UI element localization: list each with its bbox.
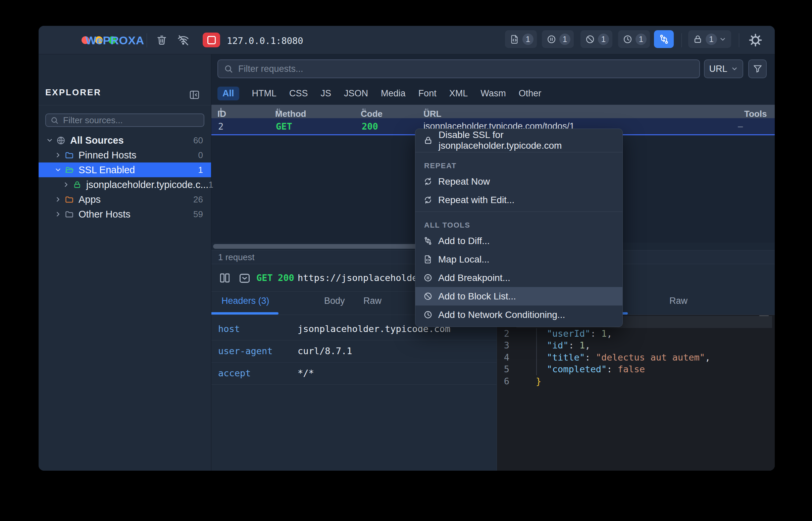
stop-recording-button[interactable] [203, 32, 220, 47]
column-header-method[interactable]: Method [275, 107, 282, 113]
settings-button[interactable] [748, 33, 763, 47]
menu-item-disable-ssl[interactable]: Disable SSL for jsonplaceholder.typicode… [415, 131, 622, 150]
filter-sources-field[interactable] [45, 113, 204, 127]
header-key: accept [218, 368, 251, 378]
filter-requests-field[interactable] [217, 60, 700, 78]
tab-css[interactable]: CSS [289, 88, 308, 99]
line-number: 5 [497, 364, 514, 374]
tree-item-pinned-hosts[interactable]: Pinned Hosts 0 [39, 148, 211, 162]
menu-item-label: Add Breakpoint... [438, 273, 510, 283]
network-off-icon[interactable] [177, 34, 189, 46]
menu-section-all-tools: ALL TOOLS [415, 214, 622, 232]
tree-item-apps[interactable]: Apps 26 [39, 192, 211, 207]
tab-json[interactable]: JSON [344, 88, 368, 99]
menu-item-add-to-network-conditioning[interactable]: Add to Network Conditioning... [415, 305, 622, 324]
lock-icon [73, 180, 81, 189]
tree-item-all-sources[interactable]: All Sources 60 [39, 133, 211, 148]
menu-item-repeat-with-edit[interactable]: Repeat with Edit... [415, 191, 622, 209]
map-local-tool-button[interactable]: 1 [505, 30, 537, 48]
tree-item-count: 59 [193, 209, 211, 220]
divider [739, 33, 739, 47]
header-value: curl/8.7.1 [297, 346, 352, 356]
menu-item-add-breakpoint[interactable]: Add Breakpoint... [415, 269, 622, 287]
stop-icon [207, 36, 216, 44]
split-view-button[interactable] [219, 272, 231, 284]
menu-item-add-to-block-list[interactable]: Add to Block List... [415, 287, 622, 305]
header-row-user-agent[interactable]: user-agent curl/8.7.1 [211, 340, 497, 363]
request-count-label: 1 request [218, 252, 254, 263]
header-key: host [218, 324, 240, 334]
refresh-icon [424, 177, 432, 186]
header-row-accept[interactable]: accept */* [211, 362, 497, 385]
detail-code: 200 [278, 273, 294, 283]
tree-item-jsonplaceholder[interactable]: jsonplaceholder.typicode.c... 1 [39, 177, 211, 192]
tab-xml[interactable]: XML [449, 88, 468, 99]
chevron-down-icon [719, 36, 726, 43]
active-tab-underline [211, 312, 279, 315]
chevron-right-icon[interactable] [54, 152, 62, 159]
block-list-tool-button[interactable]: 1 [580, 30, 612, 48]
tab-request-raw[interactable]: Raw [363, 296, 382, 306]
menu-item-add-to-diff[interactable]: Add to Diff... [415, 232, 622, 250]
tab-all[interactable]: All [217, 87, 239, 100]
column-header-url[interactable]: URL [424, 107, 430, 113]
type-filter-tabs: All HTML CSS JS JSON Media Font XML Wasm… [217, 86, 541, 101]
divider [39, 105, 211, 106]
request-tools: – [738, 121, 743, 132]
tree-item-count: 60 [193, 135, 211, 146]
divider [147, 33, 147, 47]
chevron-right-icon[interactable] [54, 210, 62, 218]
diff-tool-button[interactable] [654, 30, 674, 48]
divider [682, 33, 682, 47]
globe-icon [56, 136, 66, 145]
menu-item-label: Add to Block List... [438, 291, 516, 302]
tab-media[interactable]: Media [381, 88, 406, 99]
breakpoint-icon [547, 34, 556, 44]
network-conditioning-tool-button[interactable]: 1 [618, 30, 650, 48]
lock-icon [693, 34, 702, 44]
tab-response-raw[interactable]: Raw [669, 296, 688, 306]
advanced-filter-button[interactable] [748, 60, 767, 78]
tree-item-count: 26 [193, 195, 211, 205]
folder-icon [65, 151, 74, 160]
collapse-sidebar-button[interactable] [189, 89, 200, 100]
column-header-id[interactable]: ID [217, 107, 224, 114]
chevron-right-icon[interactable] [63, 181, 70, 188]
menu-item-map-local[interactable]: Map Local... [415, 250, 622, 269]
collapse-detail-button[interactable] [238, 272, 251, 285]
tab-js[interactable]: JS [321, 88, 332, 99]
folder-open-icon [65, 165, 74, 175]
ssl-count-badge: 1 [706, 33, 717, 45]
response-body-viewer[interactable]: 1{ 2 "userId": 1, 3 "id": 1, 4 "title": … [497, 315, 775, 471]
titlebar: WePROXA 127.0.0.1:8080 1 1 1 1 [39, 26, 775, 54]
chevron-down-icon[interactable] [46, 137, 53, 144]
tree-item-label: All Sources [70, 135, 124, 146]
tab-font[interactable]: Font [419, 88, 436, 99]
filter-requests-input[interactable] [238, 64, 694, 74]
tab-wasm[interactable]: Wasm [480, 88, 506, 99]
clear-session-button[interactable] [156, 34, 167, 46]
filter-mode-dropdown[interactable]: URL [704, 60, 743, 78]
tab-other[interactable]: Other [519, 88, 542, 99]
tab-request-headers[interactable]: Headers (3) [221, 296, 269, 306]
header-key: user-agent [218, 346, 273, 356]
chevron-right-icon[interactable] [54, 196, 62, 203]
tree-item-other-hosts[interactable]: Other Hosts 59 [39, 207, 211, 222]
menu-item-repeat-now[interactable]: Repeat Now [415, 172, 622, 191]
tree-item-ssl-enabled[interactable]: SSL Enabled 1 [39, 162, 211, 177]
funnel-icon [753, 64, 763, 74]
network-conditioning-icon [623, 34, 632, 44]
chevron-down-icon[interactable] [54, 166, 62, 174]
tab-html[interactable]: HTML [252, 88, 277, 99]
ssl-proxying-button[interactable]: 1 [688, 30, 731, 48]
line-number: 2 [497, 328, 514, 339]
column-header-code[interactable]: Code [361, 107, 367, 113]
menu-divider [415, 152, 622, 152]
tray-chevron-icon [238, 272, 251, 285]
diff-icon [424, 236, 432, 245]
tab-request-body[interactable]: Body [324, 296, 345, 306]
filter-sources-input[interactable] [63, 115, 200, 126]
breakpoint-tool-button[interactable]: 1 [542, 30, 574, 48]
map-local-icon [510, 34, 519, 44]
app-window: WePROXA 127.0.0.1:8080 1 1 1 1 [39, 26, 775, 471]
